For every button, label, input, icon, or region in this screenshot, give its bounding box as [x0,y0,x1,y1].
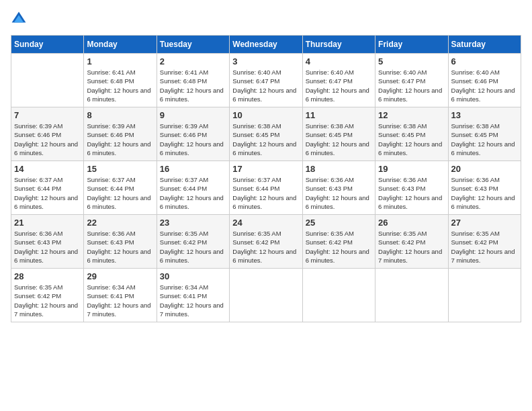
calendar-cell: 14Sunrise: 6:37 AMSunset: 6:44 PMDayligh… [11,161,84,215]
calendar-cell: 10Sunrise: 6:38 AMSunset: 6:45 PMDayligh… [230,107,302,161]
day-number: 11 [306,110,372,120]
logo [11,11,30,27]
day-info: Sunrise: 6:35 AMSunset: 6:42 PMDaylight:… [160,229,226,265]
day-number: 4 [306,56,372,66]
day-number: 19 [378,164,445,174]
day-info: Sunrise: 6:40 AMSunset: 6:47 PMDaylight:… [306,68,372,103]
day-info: Sunrise: 6:34 AMSunset: 6:41 PMDaylight:… [87,283,153,318]
day-number: 27 [451,218,518,228]
day-info: Sunrise: 6:38 AMSunset: 6:45 PMDaylight:… [306,122,372,157]
calendar-cell: 17Sunrise: 6:37 AMSunset: 6:44 PMDayligh… [230,161,302,215]
calendar-table: SundayMondayTuesdayWednesdayThursdayFrid… [11,35,521,322]
day-number: 10 [232,110,299,120]
day-info: Sunrise: 6:38 AMSunset: 6:45 PMDaylight:… [232,122,299,157]
calendar-cell: 18Sunrise: 6:36 AMSunset: 6:43 PMDayligh… [302,161,375,215]
calendar-cell: 7Sunrise: 6:39 AMSunset: 6:46 PMDaylight… [11,107,84,161]
page-header [11,11,521,27]
calendar-cell: 26Sunrise: 6:35 AMSunset: 6:42 PMDayligh… [375,215,448,269]
header-wednesday: Wednesday [230,36,302,54]
header-monday: Monday [84,36,157,54]
calendar-cell: 6Sunrise: 6:40 AMSunset: 6:46 PMDaylight… [448,54,521,107]
day-number: 30 [160,271,226,281]
day-number: 17 [232,164,299,174]
day-info: Sunrise: 6:35 AMSunset: 6:42 PMDaylight:… [306,229,372,265]
calendar-cell: 23Sunrise: 6:35 AMSunset: 6:42 PMDayligh… [157,215,229,269]
calendar-cell: 16Sunrise: 6:37 AMSunset: 6:44 PMDayligh… [157,161,229,215]
header-friday: Friday [375,36,448,54]
calendar-cell [448,269,521,322]
day-number: 24 [232,218,299,228]
calendar-cell: 29Sunrise: 6:34 AMSunset: 6:41 PMDayligh… [84,269,157,322]
day-info: Sunrise: 6:34 AMSunset: 6:41 PMDaylight:… [160,283,226,318]
calendar-cell: 24Sunrise: 6:35 AMSunset: 6:42 PMDayligh… [230,215,302,269]
day-info: Sunrise: 6:35 AMSunset: 6:42 PMDaylight:… [232,229,299,265]
calendar-cell: 13Sunrise: 6:38 AMSunset: 6:45 PMDayligh… [448,107,521,161]
day-number: 13 [451,110,518,120]
week-row: 7Sunrise: 6:39 AMSunset: 6:46 PMDaylight… [11,107,521,161]
day-info: Sunrise: 6:37 AMSunset: 6:44 PMDaylight:… [232,175,299,211]
day-info: Sunrise: 6:39 AMSunset: 6:46 PMDaylight:… [87,122,153,157]
calendar-cell: 4Sunrise: 6:40 AMSunset: 6:47 PMDaylight… [302,54,375,107]
day-info: Sunrise: 6:40 AMSunset: 6:47 PMDaylight:… [378,68,445,103]
calendar-cell: 27Sunrise: 6:35 AMSunset: 6:42 PMDayligh… [448,215,521,269]
day-number: 21 [14,218,81,228]
header-saturday: Saturday [448,36,521,54]
calendar-cell: 12Sunrise: 6:38 AMSunset: 6:45 PMDayligh… [375,107,448,161]
calendar-cell: 22Sunrise: 6:36 AMSunset: 6:43 PMDayligh… [84,215,157,269]
header-thursday: Thursday [302,36,375,54]
day-info: Sunrise: 6:37 AMSunset: 6:44 PMDaylight:… [87,175,153,211]
day-info: Sunrise: 6:38 AMSunset: 6:45 PMDaylight:… [378,122,445,157]
day-number: 5 [378,56,445,66]
header-sunday: Sunday [11,36,84,54]
day-number: 6 [451,56,518,66]
day-info: Sunrise: 6:37 AMSunset: 6:44 PMDaylight:… [14,175,81,211]
day-info: Sunrise: 6:36 AMSunset: 6:43 PMDaylight:… [87,229,153,265]
day-number: 1 [87,56,153,66]
day-number: 23 [160,218,226,228]
day-info: Sunrise: 6:38 AMSunset: 6:45 PMDaylight:… [451,122,518,157]
day-number: 14 [14,164,81,174]
calendar-cell: 30Sunrise: 6:34 AMSunset: 6:41 PMDayligh… [157,269,229,322]
day-info: Sunrise: 6:35 AMSunset: 6:42 PMDaylight:… [14,283,81,318]
day-info: Sunrise: 6:37 AMSunset: 6:44 PMDaylight:… [160,175,226,211]
day-number: 28 [14,271,81,281]
day-number: 3 [232,56,299,66]
day-number: 15 [87,164,153,174]
day-info: Sunrise: 6:36 AMSunset: 6:43 PMDaylight:… [378,175,445,211]
calendar-cell [11,54,84,107]
calendar-cell: 1Sunrise: 6:41 AMSunset: 6:48 PMDaylight… [84,54,157,107]
day-number: 2 [160,56,226,66]
day-number: 29 [87,271,153,281]
calendar-cell [230,269,302,322]
day-number: 26 [378,218,445,228]
day-info: Sunrise: 6:40 AMSunset: 6:46 PMDaylight:… [451,68,518,103]
calendar-cell: 2Sunrise: 6:41 AMSunset: 6:48 PMDaylight… [157,54,229,107]
calendar-cell: 5Sunrise: 6:40 AMSunset: 6:47 PMDaylight… [375,54,448,107]
calendar-cell [375,269,448,322]
calendar-cell: 3Sunrise: 6:40 AMSunset: 6:47 PMDaylight… [230,54,302,107]
day-info: Sunrise: 6:40 AMSunset: 6:47 PMDaylight:… [232,68,299,103]
week-row: 21Sunrise: 6:36 AMSunset: 6:43 PMDayligh… [11,215,521,269]
header-tuesday: Tuesday [157,36,229,54]
calendar-cell: 9Sunrise: 6:39 AMSunset: 6:46 PMDaylight… [157,107,229,161]
calendar-cell [302,269,375,322]
calendar-cell: 21Sunrise: 6:36 AMSunset: 6:43 PMDayligh… [11,215,84,269]
day-number: 12 [378,110,445,120]
day-number: 8 [87,110,153,120]
week-row: 28Sunrise: 6:35 AMSunset: 6:42 PMDayligh… [11,269,521,322]
day-info: Sunrise: 6:41 AMSunset: 6:48 PMDaylight:… [87,68,153,103]
calendar-cell: 28Sunrise: 6:35 AMSunset: 6:42 PMDayligh… [11,269,84,322]
header-row: SundayMondayTuesdayWednesdayThursdayFrid… [11,36,521,54]
week-row: 14Sunrise: 6:37 AMSunset: 6:44 PMDayligh… [11,161,521,215]
calendar-cell: 25Sunrise: 6:35 AMSunset: 6:42 PMDayligh… [302,215,375,269]
day-number: 25 [306,218,372,228]
day-number: 18 [306,164,372,174]
day-number: 9 [160,110,226,120]
day-number: 7 [14,110,81,120]
logo-icon [11,11,27,27]
day-info: Sunrise: 6:36 AMSunset: 6:43 PMDaylight:… [451,175,518,211]
day-number: 22 [87,218,153,228]
day-info: Sunrise: 6:39 AMSunset: 6:46 PMDaylight:… [160,122,226,157]
calendar-cell: 8Sunrise: 6:39 AMSunset: 6:46 PMDaylight… [84,107,157,161]
week-row: 1Sunrise: 6:41 AMSunset: 6:48 PMDaylight… [11,54,521,107]
